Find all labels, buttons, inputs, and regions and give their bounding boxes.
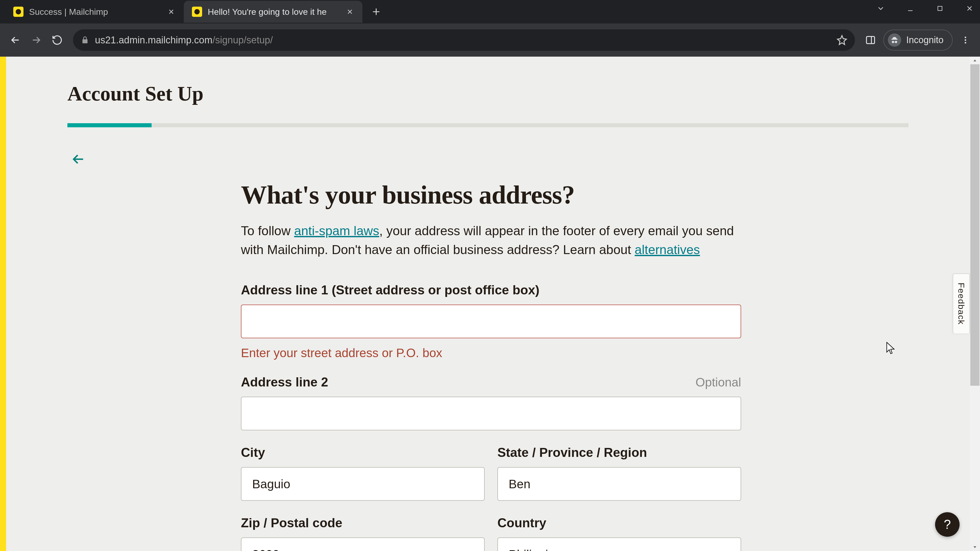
address2-optional: Optional (695, 375, 741, 389)
feedback-tab[interactable]: Feedback (953, 273, 970, 333)
address1-label: Address line 1 (Street address or post o… (241, 283, 539, 297)
mailchimp-favicon (192, 6, 202, 17)
city-input[interactable] (241, 467, 485, 501)
scrollbar[interactable] (970, 57, 980, 551)
progress-bar (67, 123, 908, 127)
close-window-icon[interactable] (964, 3, 975, 14)
field-address2: Address line 2 Optional (241, 375, 741, 430)
address2-label: Address line 2 (241, 375, 328, 389)
zip-input[interactable] (241, 537, 485, 551)
url-text: us21.admin.mailchimp.com/signup/setup/ (95, 35, 273, 46)
form-container: What's your business address? To follow … (241, 180, 741, 551)
bookmark-star-icon[interactable] (837, 35, 847, 45)
field-state: State / Province / Region (497, 445, 741, 501)
forward-button[interactable] (29, 32, 44, 48)
help-button[interactable]: ? (935, 512, 959, 537)
address-bar[interactable]: us21.admin.mailchimp.com/signup/setup/ (73, 29, 855, 51)
form-description: To follow anti-spam laws, your address w… (241, 221, 736, 259)
maximize-icon[interactable] (934, 3, 946, 14)
form-heading: What's your business address? (241, 180, 741, 210)
progress-fill (67, 123, 151, 127)
scroll-up-icon[interactable] (970, 57, 980, 64)
country-label: Country (497, 516, 546, 530)
minimize-icon[interactable] (904, 3, 916, 14)
help-icon: ? (944, 517, 951, 532)
address1-input[interactable] (241, 305, 741, 338)
tab-success[interactable]: Success | Mailchimp (5, 1, 184, 23)
svg-point-5 (965, 39, 966, 41)
profile-chip[interactable]: Incognito (883, 30, 953, 51)
desc-lead: To follow (241, 224, 294, 238)
page-viewport: Account Set Up What's your business addr… (0, 57, 980, 551)
window-controls (875, 3, 975, 14)
anti-spam-link[interactable]: anti-spam laws (294, 224, 379, 238)
feedback-label: Feedback (956, 283, 966, 325)
kebab-menu-icon[interactable] (958, 33, 972, 47)
reload-button[interactable] (49, 32, 65, 48)
step-back-button[interactable] (69, 150, 87, 168)
mailchimp-favicon (13, 6, 24, 17)
tab-strip: Success | Mailchimp Hello! You're going … (0, 0, 980, 24)
page-title: Account Set Up (67, 82, 970, 105)
svg-point-1 (194, 9, 200, 14)
tab-title: Success | Mailchimp (29, 7, 161, 17)
svg-rect-2 (938, 6, 942, 11)
url-path: /signup/setup/ (212, 35, 273, 45)
zip-label: Zip / Postal code (241, 516, 342, 530)
country-select[interactable] (497, 537, 741, 551)
close-icon[interactable] (345, 7, 355, 17)
svg-point-0 (16, 9, 21, 14)
field-address1: Address line 1 (Street address or post o… (241, 283, 741, 360)
back-button[interactable] (8, 32, 23, 48)
field-country: Country (497, 516, 741, 551)
close-icon[interactable] (166, 7, 176, 17)
address2-input[interactable] (241, 397, 741, 430)
incognito-icon (888, 33, 901, 47)
url-host: us21.admin.mailchimp.com (95, 35, 212, 45)
profile-label: Incognito (906, 35, 943, 45)
svg-point-6 (965, 42, 966, 44)
address1-error: Enter your street address or P.O. box (241, 346, 741, 360)
lock-icon (81, 36, 89, 44)
tab-title: Hello! You're going to love it he (208, 7, 339, 17)
tab-hello[interactable]: Hello! You're going to love it he (184, 1, 363, 23)
city-label: City (241, 445, 265, 460)
field-city: City (241, 445, 485, 501)
state-label: State / Province / Region (497, 445, 647, 460)
scroll-down-icon[interactable] (970, 543, 980, 551)
state-input[interactable] (497, 467, 741, 501)
side-panel-icon[interactable] (864, 33, 878, 47)
field-zip: Zip / Postal code (241, 516, 485, 551)
brand-accent-bar (0, 57, 6, 551)
svg-rect-3 (867, 37, 875, 44)
scrollbar-thumb[interactable] (970, 64, 980, 386)
alternatives-link[interactable]: alternatives (635, 243, 700, 257)
new-tab-button[interactable] (369, 4, 384, 19)
browser-toolbar: us21.admin.mailchimp.com/signup/setup/ I… (0, 24, 980, 57)
chevron-down-icon[interactable] (875, 3, 886, 14)
svg-point-4 (965, 37, 966, 38)
